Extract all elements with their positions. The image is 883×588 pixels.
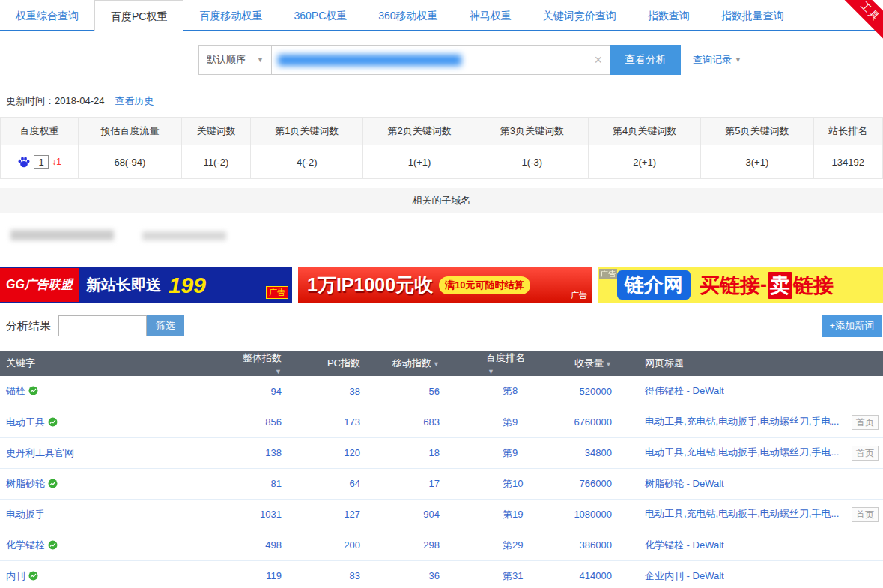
search-bar: 默认顺序 ▼ × 查看分析 查询记录 ▼ <box>198 45 883 75</box>
page-title-link[interactable]: 化学锚栓 - DeWalt <box>645 539 724 551</box>
page-title-link[interactable]: 企业内刊 - DeWalt <box>645 570 724 581</box>
blurred-query-text <box>278 55 461 66</box>
page-title-link[interactable]: 电动工具,充电钻,电动扳手,电动螺丝刀,手电... <box>645 416 839 427</box>
mobile-index-value: 36 <box>363 560 443 588</box>
sort-caret-icon: ▼ <box>488 368 494 375</box>
update-time-row: 更新时间：2018-04-24 查看历史 <box>6 94 883 108</box>
mobile-index-value: 18 <box>363 437 443 468</box>
tab-index-batch-query[interactable]: 指数批量查询 <box>706 0 800 30</box>
filter-keyword-input[interactable] <box>58 315 147 336</box>
tab-index-query[interactable]: 指数查询 <box>632 0 706 30</box>
order-select[interactable]: 默认顺序 ▼ <box>198 45 272 75</box>
analyze-button[interactable]: 查看分析 <box>610 45 681 75</box>
ad3-text: 买链接 - 卖 链接 <box>700 272 834 299</box>
ad1-brand: GG广告联盟 <box>0 268 79 302</box>
overall-index-value: 856 <box>240 407 285 437</box>
page5-keywords-value: 3(+1) <box>701 145 813 179</box>
ad1-number: 199 <box>169 273 206 298</box>
index-badge-icon <box>48 479 58 488</box>
col-collected[interactable]: 收录量▼ <box>532 351 622 376</box>
keyword-link[interactable]: 化学锚栓 <box>6 539 45 551</box>
page-title-link[interactable]: 电动工具,充电钻,电动扳手,电动螺丝刀,手电... <box>645 508 839 519</box>
mobile-index-value: 298 <box>363 530 443 560</box>
ad2-ad-tag: 广告 <box>571 290 587 301</box>
add-new-keyword-button[interactable]: +添加新词 <box>822 315 882 337</box>
ad3-dash: - <box>760 273 767 297</box>
mobile-index-value: 17 <box>363 468 443 499</box>
sort-caret-icon: ▼ <box>605 360 612 368</box>
col-mobile-index[interactable]: 移动指数▼ <box>363 351 443 376</box>
keyword-link[interactable]: 电动工具 <box>6 416 45 428</box>
ad-banner-gg-alliance[interactable]: GG广告联盟 新站长即送 199 广告 <box>0 267 292 303</box>
collected-value: 1080000 <box>532 499 622 530</box>
col-baidu-rank-label: 百度排名 <box>486 352 525 363</box>
page-title-link[interactable]: 电动工具,充电钻,电动扳手,电动螺丝刀,手电... <box>645 446 839 458</box>
collected-value: 414000 <box>532 560 622 588</box>
tab-360-mobile-weight[interactable]: 360移动权重 <box>362 0 453 30</box>
ad-banner-link-market[interactable]: 广告 链介网 买链接 - 卖 链接 <box>598 267 883 303</box>
overall-index-value: 498 <box>240 530 285 560</box>
keyword-row: 电动工具 856 173 683 第9 6760000 首页电动工具,充电钻,电… <box>0 407 883 437</box>
col-baidu-rank[interactable]: 百度排名▼ <box>443 351 532 376</box>
index-badge-icon <box>28 571 38 581</box>
col-page4-keywords: 第4页关键词数 <box>588 118 700 145</box>
ad2-pill: 满10元可随时结算 <box>439 276 530 294</box>
ad-banner-ip-traffic[interactable]: 1万IP1000元收 满10元可随时结算 广告 <box>298 267 592 303</box>
ad2-text: 1万IP1000元收 <box>307 273 433 297</box>
view-history-link[interactable]: 查看历史 <box>115 95 154 106</box>
analysis-filter-row: 分析结果 筛选 +添加新词 <box>6 315 877 337</box>
blurred-subdomain-link[interactable] <box>10 230 114 240</box>
toolbox-corner-ribbon[interactable]: 工具 <box>837 0 883 45</box>
baidu-rank-value: 第29 <box>443 530 532 560</box>
baidu-weight-value: 1 ↓1 <box>1 155 78 169</box>
baidu-rank-value: 第31 <box>443 560 532 588</box>
pc-index-value: 83 <box>285 560 363 588</box>
keyword-link[interactable]: 史丹利工具官网 <box>6 447 74 458</box>
tab-weight-overall[interactable]: 权重综合查询 <box>0 0 94 30</box>
blurred-subdomain-link[interactable] <box>142 231 226 240</box>
keyword-link[interactable]: 锚栓 <box>6 385 25 396</box>
pc-index-value: 173 <box>285 407 363 437</box>
index-badge-icon <box>48 540 58 550</box>
filter-button[interactable]: 筛选 <box>147 315 184 336</box>
col-pc-index: PC指数 <box>285 351 363 376</box>
keyword-link[interactable]: 树脂砂轮 <box>6 478 45 489</box>
col-keyword-count: 关键词数 <box>181 118 250 145</box>
keyword-row: 锚栓 94 38 56 第8 520000 得伟锚栓 - DeWalt <box>0 376 883 407</box>
pc-index-value: 38 <box>285 376 363 407</box>
tab-baidu-pc-weight[interactable]: 百度PC权重 <box>94 0 183 31</box>
homepage-badge: 首页 <box>852 507 879 522</box>
ad-banner-row: GG广告联盟 新站长即送 199 广告 1万IP1000元收 满10元可随时结算… <box>0 267 883 303</box>
page1-keywords-value: 4(-2) <box>251 145 363 179</box>
tab-360-pc-weight[interactable]: 360PC权重 <box>278 0 362 30</box>
col-overall-index-label: 整体指数 <box>243 352 282 363</box>
col-overall-index[interactable]: 整体指数▼ <box>240 351 285 376</box>
subdomains-section-title: 相关的子域名 <box>0 188 883 213</box>
collected-value: 386000 <box>532 530 622 560</box>
query-history-link[interactable]: 查询记录 ▼ <box>693 53 741 67</box>
homepage-badge: 首页 <box>852 415 879 430</box>
pc-index-value: 64 <box>285 468 363 499</box>
summary-header-row: 百度权重 预估百度流量 关键词数 第1页关键词数 第2页关键词数 第3页关键词数… <box>1 118 883 145</box>
page-title-link[interactable]: 得伟锚栓 - DeWalt <box>645 385 724 396</box>
weight-drop-indicator: ↓1 <box>52 157 61 167</box>
webmaster-rank-value: 134192 <box>813 145 882 179</box>
clear-input-icon[interactable]: × <box>594 53 602 67</box>
index-badge-icon <box>48 417 58 427</box>
keyword-link[interactable]: 内刊 <box>6 570 25 581</box>
domain-search-input[interactable]: × <box>272 45 610 75</box>
sort-caret-icon: ▼ <box>275 368 282 375</box>
keyword-row: 树脂砂轮 81 64 17 第10 766000 树脂砂轮 - DeWalt <box>0 468 883 499</box>
keyword-link[interactable]: 电动扳手 <box>6 509 45 520</box>
keyword-count-value: 11(-2) <box>181 145 250 179</box>
collected-value: 520000 <box>532 376 622 407</box>
page2-keywords-value: 1(+1) <box>363 145 476 179</box>
tab-shenma-weight[interactable]: 神马权重 <box>454 0 527 30</box>
page-title-link[interactable]: 树脂砂轮 - DeWalt <box>645 478 724 489</box>
page3-keywords-value: 1(-3) <box>476 145 588 179</box>
analysis-results-label: 分析结果 <box>6 319 51 333</box>
tab-keyword-bid-query[interactable]: 关键词竞价查询 <box>527 0 632 30</box>
tab-baidu-mobile-weight[interactable]: 百度移动权重 <box>183 0 278 30</box>
keyword-analysis-table: 关键字 整体指数▼ PC指数 移动指数▼ 百度排名▼ 收录量▼ 网页标题 锚栓 … <box>0 351 883 588</box>
ad1-ad-tag: 广告 <box>266 286 288 299</box>
